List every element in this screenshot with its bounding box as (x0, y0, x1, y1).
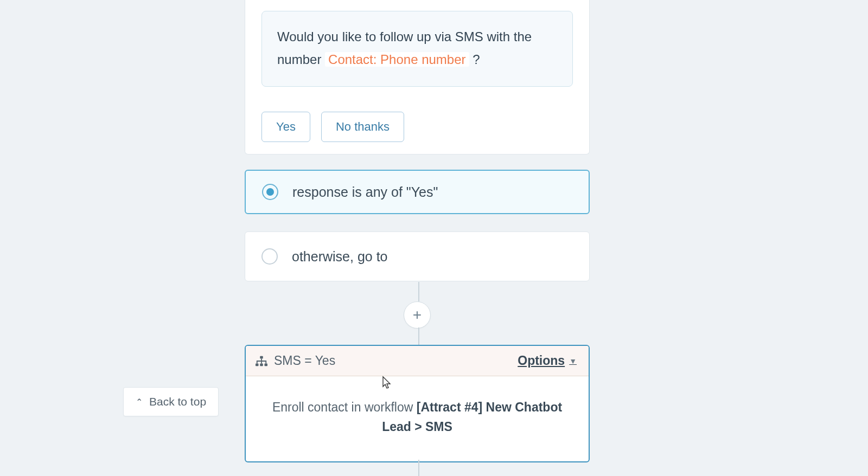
radio-unselected-icon (261, 248, 278, 265)
workflow-action-body-prefix: Enroll contact in workflow (272, 400, 417, 414)
options-label: Options (518, 353, 565, 368)
sitemap-icon (256, 356, 267, 366)
options-dropdown[interactable]: Options ▼ (518, 353, 577, 368)
connector-line (418, 282, 419, 301)
workflow-action-card[interactable]: SMS = Yes Options ▼ Enroll contact in wo… (245, 345, 590, 462)
add-step-button[interactable]: + (404, 301, 431, 329)
connector-line (418, 327, 419, 345)
branch-label-yes: response is any of "Yes" (292, 184, 438, 200)
svg-rect-2 (260, 363, 263, 366)
property-token-phone[interactable]: Contact: Phone number (325, 52, 469, 67)
chevron-down-icon: ▼ (569, 357, 577, 365)
workflow-action-body: Enroll contact in workflow [Attract #4] … (246, 376, 589, 461)
workflow-action-header: SMS = Yes Options ▼ (246, 346, 589, 376)
quick-reply-row: Yes No thanks (261, 112, 573, 142)
workflow-action-title: SMS = Yes (274, 353, 335, 368)
back-to-top-button[interactable]: ⌃ Back to top (123, 387, 219, 416)
branch-card-yes[interactable]: response is any of "Yes" (245, 170, 590, 214)
svg-rect-0 (260, 356, 263, 358)
bot-message-bubble: Would you like to follow up via SMS with… (261, 11, 573, 87)
back-to-top-label: Back to top (149, 395, 206, 408)
bot-message-card: Would you like to follow up via SMS with… (245, 0, 590, 155)
quick-reply-no-button[interactable]: No thanks (321, 112, 404, 142)
bot-message-text-after: ? (473, 52, 480, 67)
radio-selected-icon (262, 184, 278, 200)
branch-card-otherwise[interactable]: otherwise, go to (245, 231, 590, 281)
chevron-up-icon: ⌃ (136, 397, 143, 407)
svg-rect-3 (265, 363, 268, 366)
connector-line (418, 460, 419, 476)
svg-rect-1 (256, 363, 259, 366)
quick-reply-yes-button[interactable]: Yes (261, 112, 310, 142)
branch-label-otherwise: otherwise, go to (292, 249, 388, 265)
